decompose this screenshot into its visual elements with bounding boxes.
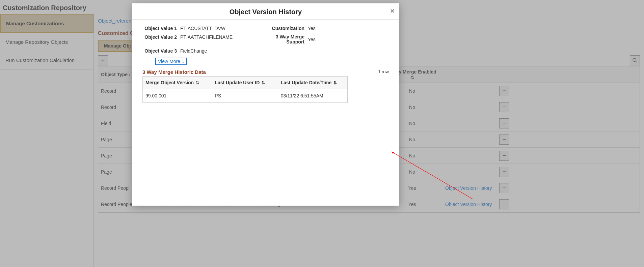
customization-value: Yes xyxy=(308,26,389,31)
header-label: Last Update Date/Time xyxy=(281,80,332,85)
merge-historic-title: 3 Way Merge Historic Data 1 row xyxy=(142,69,389,75)
modal-close-button[interactable]: ✕ xyxy=(390,7,395,15)
cell-merge-datetime: 03/11/22 6:51:55AM xyxy=(278,89,347,102)
object-value-1-label: Object Value 1 xyxy=(142,26,180,31)
merge-table-row: 99.00.001PS03/11/22 6:51:55AM xyxy=(143,89,347,102)
object-version-history-modal: Object Version History ✕ Object Value 1 … xyxy=(132,3,399,206)
object-value-3: FieldChange xyxy=(180,48,267,54)
object-value-3-label: Object Value 3 xyxy=(142,48,180,54)
customization-label: Customization xyxy=(267,26,308,31)
object-value-2-label: Object Value 2 xyxy=(142,34,180,45)
object-value-1: PTIACUSTATT_DVW xyxy=(180,26,267,31)
object-value-2: PTIAATTACHFILENAME xyxy=(180,34,267,45)
sort-icon: ⇅ xyxy=(196,81,199,85)
merge-support-label: 3 Way Merge Support xyxy=(267,34,308,45)
merge-row-count: 1 row xyxy=(378,69,389,74)
sort-icon: ⇅ xyxy=(262,81,265,85)
col-last-update-user[interactable]: Last Update User ID ⇅ xyxy=(212,77,278,89)
merge-table: Merge Object Version ⇅ Last Update User … xyxy=(142,76,348,103)
header-label: Last Update User ID xyxy=(215,80,260,85)
header-label: Merge Object Version xyxy=(145,80,194,85)
sort-icon: ⇅ xyxy=(333,81,337,85)
merge-support-value: Yes xyxy=(308,37,389,42)
modal-title: Object Version History xyxy=(230,8,302,16)
close-icon: ✕ xyxy=(390,8,395,14)
col-last-update-datetime[interactable]: Last Update Date/Time ⇅ xyxy=(278,77,347,89)
view-more-link[interactable]: View More... xyxy=(155,58,187,65)
cell-merge-version: 99.00.001 xyxy=(143,89,212,102)
merge-title-text: 3 Way Merge Historic Data xyxy=(142,69,206,75)
cell-merge-user: PS xyxy=(212,89,278,102)
col-merge-version[interactable]: Merge Object Version ⇅ xyxy=(143,77,212,89)
